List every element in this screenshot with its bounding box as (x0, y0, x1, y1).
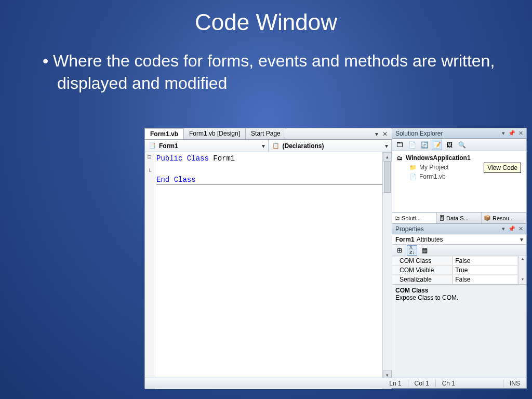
status-bar: Ln 1 Col 1 Ch 1 INS (145, 378, 526, 388)
desc-title: COM Class (395, 287, 523, 294)
status-line: Ln 1 (383, 380, 407, 387)
property-row[interactable]: COM Visible True (392, 265, 518, 275)
document-tabs: Form1.vb Form1.vb [Design] Start Page ▾ … (145, 128, 392, 140)
properties-object-selector[interactable]: Form1 Attributes ▾ (392, 234, 526, 245)
right-panels: Solution Explorer ▾ 📌 ✕ 🗔 📄 🔄 📝 🖼 🔍 🗂 Wi… (392, 128, 526, 388)
panel-menu-icon[interactable]: ▾ (502, 130, 505, 137)
panel-tabs: 🗂Soluti... 🗄Data S... 📦Resou... (392, 212, 526, 224)
tab-dropdown-icon[interactable]: ▾ (375, 130, 378, 138)
outline-gutter: ⊟└ (145, 152, 154, 380)
solution-explorer-title: Solution Explorer ▾ 📌 ✕ (392, 128, 526, 139)
panel-menu-icon[interactable]: ▾ (502, 225, 505, 232)
chevron-down-icon: ▾ (262, 142, 265, 150)
scroll-up-icon[interactable]: ▴ (518, 256, 526, 263)
panel-title-text: Solution Explorer (395, 130, 443, 137)
property-value[interactable]: False (453, 256, 518, 265)
class-icon: 📑 (148, 142, 156, 150)
tree-item-form1[interactable]: 📄 Form1.vb (395, 172, 523, 181)
alphabetical-icon[interactable]: AZ↓ (407, 245, 417, 256)
property-row[interactable]: Serializable False (392, 275, 518, 284)
tab-close-icon[interactable]: ✕ (382, 130, 388, 138)
tree-item-label: Form1.vb (419, 173, 446, 180)
method-name: (Declarations) (283, 142, 383, 150)
pin-icon[interactable]: 📌 (508, 225, 515, 232)
tab-start-page[interactable]: Start Page (246, 128, 286, 139)
properties-scrollbar[interactable]: ▴ ▾ (518, 256, 526, 284)
properties-title: Properties ▾ 📌 ✕ (392, 224, 526, 234)
view-designer-icon[interactable]: 🖼 (444, 140, 455, 150)
refresh-icon[interactable]: 🔄 (419, 140, 430, 150)
chevron-down-icon: ▾ (385, 142, 388, 150)
properties-grid[interactable]: COM Class False COM Visible True Seriali… (392, 256, 526, 284)
folder-icon: 📁 (409, 163, 417, 171)
project-node[interactable]: 🗂 WindowsApplication1 (395, 153, 523, 163)
slide-bullet: Where the codes for forms, events and me… (0, 35, 532, 95)
tree-item-label: My Project (419, 164, 449, 171)
pin-icon[interactable]: 📌 (508, 130, 515, 137)
vertical-scrollbar[interactable]: ▴ ▾ (382, 152, 392, 380)
class-name: Form1 (159, 142, 259, 150)
project-name: WindowsApplication1 (406, 154, 471, 162)
declarations-icon: 📋 (272, 142, 280, 150)
properties-toolbar: ⊞ AZ↓ ▦ (392, 245, 526, 256)
class-selector[interactable]: 📑 Form1 ▾ (145, 140, 269, 152)
show-all-icon[interactable]: 📄 (407, 140, 417, 150)
object-subtitle: Attributes (417, 236, 443, 243)
method-selector[interactable]: 📋 (Declarations) ▾ (269, 140, 392, 152)
data-icon: 🗄 (439, 215, 445, 221)
status-col: Col 1 (408, 380, 435, 387)
scroll-down-icon[interactable]: ▾ (518, 277, 526, 284)
property-value[interactable]: False (453, 275, 518, 284)
form-icon: 📄 (409, 172, 417, 181)
tab-solution[interactable]: 🗂Soluti... (392, 212, 437, 223)
property-description: COM Class Expose Class to COM. (392, 284, 526, 388)
status-ins: INS (503, 380, 526, 387)
tab-form1-design[interactable]: Form1.vb [Design] (184, 128, 246, 139)
tab-data-sources[interactable]: 🗄Data S... (437, 212, 482, 223)
property-name: COM Visible (392, 265, 453, 275)
object-name: Form1 (395, 236, 415, 243)
navigation-dropdowns: 📑 Form1 ▾ 📋 (Declarations) ▾ (145, 140, 392, 152)
property-pages-icon[interactable]: ▦ (419, 245, 430, 256)
resources-icon: 📦 (484, 215, 491, 221)
solution-icon: 🗂 (394, 215, 400, 221)
code-editor-pane: Form1.vb Form1.vb [Design] Start Page ▾ … (145, 128, 392, 388)
diagram-icon[interactable]: 🔍 (457, 140, 467, 150)
tab-form1-vb[interactable]: Form1.vb (145, 128, 184, 139)
solution-explorer-toolbar: 🗔 📄 🔄 📝 🖼 🔍 (392, 139, 526, 151)
property-row[interactable]: COM Class False (392, 256, 518, 265)
close-icon[interactable]: ✕ (518, 225, 523, 232)
scroll-up-icon[interactable]: ▴ (383, 152, 392, 162)
property-name: COM Class (392, 256, 453, 265)
property-name: Serializable (392, 275, 453, 284)
code-text[interactable]: Public Class Form1 End Class (154, 152, 382, 380)
desc-text: Expose Class to COM. (395, 294, 458, 301)
view-code-icon[interactable]: 📝 (432, 140, 442, 150)
close-icon[interactable]: ✕ (518, 130, 523, 137)
solution-tree[interactable]: 🗂 WindowsApplication1 📁 My Project 📄 For… (392, 151, 526, 212)
scroll-thumb[interactable] (384, 162, 391, 193)
slide-title: Code Window (0, 0, 532, 35)
categorized-icon[interactable]: ⊞ (394, 245, 405, 256)
panel-title-text: Properties (395, 225, 424, 233)
chevron-down-icon: ▾ (520, 236, 523, 243)
ide-screenshot: Form1.vb Form1.vb [Design] Start Page ▾ … (144, 128, 527, 389)
status-ch: Ch 1 (435, 380, 461, 387)
properties-icon[interactable]: 🗔 (394, 140, 405, 150)
tab-resources[interactable]: 📦Resou... (482, 212, 526, 223)
property-value[interactable]: True (453, 265, 518, 275)
tooltip-view-code: View Code (484, 163, 521, 173)
project-icon: 🗂 (395, 154, 404, 162)
code-area[interactable]: ⊟└ Public Class Form1 End Class ▴ ▾ (145, 152, 392, 380)
